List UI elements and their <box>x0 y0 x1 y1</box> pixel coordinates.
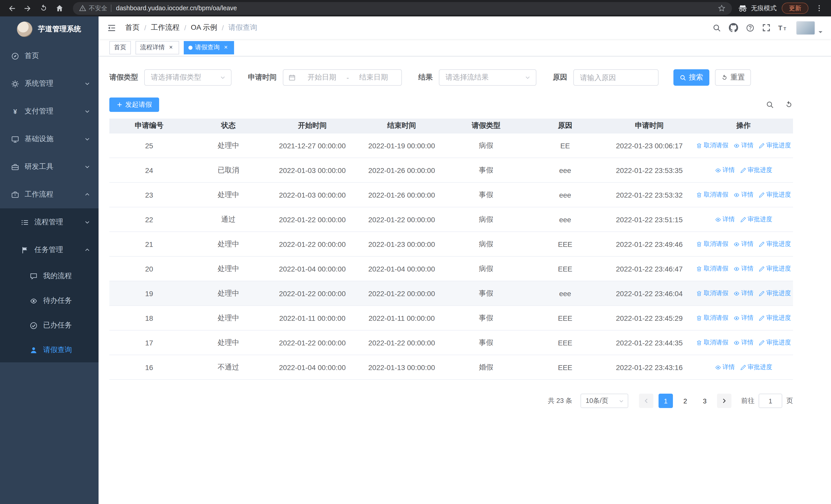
detail-action[interactable]: 详情 <box>734 190 753 199</box>
date-separator: - <box>346 73 349 82</box>
cancel-leave-action[interactable]: 取消请假 <box>696 141 728 150</box>
tab-process-detail[interactable]: 流程详情 × <box>136 41 179 54</box>
address-bar[interactable]: 不安全 dashboard.yudao.iocoder.cn/bpm/oa/le… <box>73 2 732 14</box>
approval-progress-action[interactable]: 审批进度 <box>758 289 791 298</box>
goto-page-input[interactable] <box>758 394 782 408</box>
breadcrumb-separator: / <box>222 24 224 32</box>
next-page-button[interactable] <box>717 394 732 408</box>
detail-action[interactable]: 详情 <box>734 338 753 347</box>
approval-progress-action[interactable]: 审批进度 <box>758 264 791 273</box>
cell-apply-id: 16 <box>109 363 189 371</box>
detail-action[interactable]: 详情 <box>734 289 753 298</box>
detail-action[interactable]: 详情 <box>715 215 735 224</box>
github-icon[interactable] <box>729 23 738 32</box>
breadcrumb-home[interactable]: 首页 <box>125 23 140 32</box>
detail-action[interactable]: 详情 <box>734 264 753 273</box>
search-icon[interactable] <box>712 23 721 32</box>
table-row: 23处理中2022-01-03 00:00:002022-01-26 00:00… <box>109 183 793 207</box>
yen-icon: ¥ <box>11 108 19 115</box>
sidebar-item-leave-query[interactable]: 请假查询 <box>0 338 98 362</box>
cell-actions: 详情审批进度 <box>694 166 793 175</box>
cell-leave-type: 病假 <box>447 215 525 224</box>
table-row: 22通过2022-01-22 00:00:002022-01-22 00:00:… <box>109 207 793 232</box>
sidebar-item-payment-management[interactable]: ¥支付管理 <box>0 97 98 125</box>
cancel-leave-action[interactable]: 取消请假 <box>696 314 728 322</box>
approval-progress-action[interactable]: 审批进度 <box>740 166 772 175</box>
page-button-2[interactable]: 2 <box>678 394 692 408</box>
detail-action[interactable]: 详情 <box>734 141 753 150</box>
reload-icon[interactable] <box>37 2 50 15</box>
sidebar-item-process-management[interactable]: 流程管理 <box>0 208 98 236</box>
update-button[interactable]: 更新 <box>782 3 808 14</box>
cell-end-time: 2022-01-26 00:00:00 <box>357 166 447 174</box>
cancel-leave-action[interactable]: 取消请假 <box>696 264 728 273</box>
browser-menu-icon[interactable] <box>812 2 826 15</box>
cell-reason: EE <box>525 141 605 150</box>
home-icon[interactable] <box>53 2 66 15</box>
help-icon[interactable] <box>746 23 754 32</box>
cell-leave-type: 事假 <box>447 166 525 175</box>
logo[interactable]: 芋道管理系统 <box>0 17 98 42</box>
breadcrumb-oa-example[interactable]: OA 示例 <box>191 23 218 32</box>
approval-progress-action[interactable]: 审批进度 <box>758 141 791 150</box>
close-icon[interactable]: × <box>167 44 174 51</box>
action-label: 审批进度 <box>748 215 772 224</box>
cell-actions: 取消请假详情审批进度 <box>694 190 793 199</box>
forward-icon[interactable] <box>21 2 34 15</box>
reason-input[interactable] <box>573 69 659 86</box>
reset-button[interactable]: 重置 <box>715 69 751 86</box>
approval-progress-action[interactable]: 审批进度 <box>758 190 791 199</box>
sidebar-item-label: 系统管理 <box>25 79 53 88</box>
detail-action[interactable]: 详情 <box>715 166 735 175</box>
end-date-input[interactable]: 结束日期 <box>351 73 396 82</box>
sidebar-item-home[interactable]: 首页 <box>0 42 98 70</box>
search-button[interactable]: 搜索 <box>674 69 709 86</box>
toggle-search-icon[interactable] <box>766 100 774 109</box>
page-button-1[interactable]: 1 <box>659 394 673 408</box>
detail-action[interactable]: 详情 <box>734 314 753 322</box>
prev-page-button[interactable] <box>639 394 653 408</box>
sidebar-item-dev-tools[interactable]: 研发工具 <box>0 153 98 181</box>
cancel-leave-action[interactable]: 取消请假 <box>696 289 728 298</box>
fullscreen-icon[interactable] <box>762 24 770 32</box>
back-icon[interactable] <box>5 2 19 15</box>
tab-label: 请假查询 <box>195 43 220 52</box>
detail-action[interactable]: 详情 <box>734 240 753 248</box>
sidebar-item-task-management[interactable]: 任务管理 <box>0 236 98 264</box>
cancel-leave-action[interactable]: 取消请假 <box>696 240 728 248</box>
date-range-picker[interactable]: 开始日期 - 结束日期 <box>283 69 402 86</box>
approval-progress-action[interactable]: 审批进度 <box>758 338 791 347</box>
approval-progress-action[interactable]: 审批进度 <box>758 240 791 248</box>
sidebar-item-done-tasks[interactable]: 已办任务 <box>0 313 98 338</box>
chevron-down-icon <box>619 398 624 404</box>
page-size-select[interactable]: 10条/页 <box>580 394 628 408</box>
col-end-time: 结束时间 <box>357 121 447 130</box>
bookmark-star-icon[interactable] <box>718 4 726 12</box>
tab-leave-query[interactable]: 请假查询 × <box>184 41 234 54</box>
result-select[interactable]: 请选择流结果 <box>439 69 536 86</box>
cancel-leave-action[interactable]: 取消请假 <box>696 190 728 199</box>
sidebar-item-infrastructure[interactable]: 基础设施 <box>0 125 98 153</box>
cell-leave-type: 事假 <box>447 338 525 347</box>
sidebar-item-workflow[interactable]: 工作流程 <box>0 181 98 208</box>
approval-progress-action[interactable]: 审批进度 <box>740 215 772 224</box>
close-icon[interactable]: × <box>222 44 229 51</box>
sidebar-item-my-process[interactable]: 我的流程 <box>0 264 98 289</box>
approval-progress-action[interactable]: 审批进度 <box>758 314 791 322</box>
create-leave-button[interactable]: 发起请假 <box>109 97 159 112</box>
cell-apply-time: 2022-01-22 23:53:32 <box>605 191 694 199</box>
sidebar-toggle-icon[interactable] <box>107 23 116 33</box>
refresh-table-icon[interactable] <box>785 100 793 109</box>
leave-type-select[interactable]: 请选择请假类型 <box>144 69 231 86</box>
breadcrumb-workflow[interactable]: 工作流程 <box>151 23 180 32</box>
font-size-icon[interactable]: TT <box>778 24 788 32</box>
user-avatar[interactable] <box>796 21 815 35</box>
sidebar-item-todo-tasks[interactable]: 待办任务 <box>0 289 98 313</box>
sidebar-item-system-management[interactable]: 系统管理 <box>0 70 98 97</box>
start-date-input[interactable]: 开始日期 <box>299 73 344 82</box>
page-button-3[interactable]: 3 <box>697 394 712 408</box>
detail-action[interactable]: 详情 <box>715 363 735 372</box>
cancel-leave-action[interactable]: 取消请假 <box>696 338 728 347</box>
tab-home[interactable]: 首页 <box>109 41 131 54</box>
approval-progress-action[interactable]: 审批进度 <box>740 363 772 372</box>
